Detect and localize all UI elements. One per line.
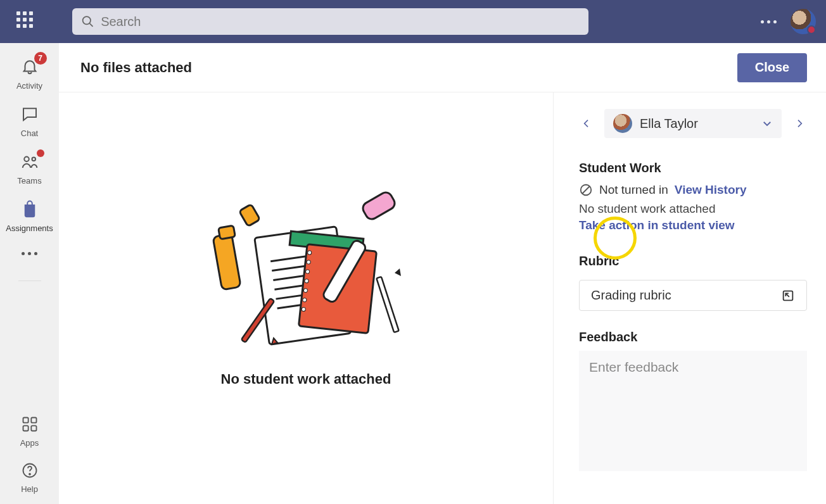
status-row: Not turned in View History (579, 183, 807, 197)
svg-point-20 (307, 260, 311, 265)
chevron-left-icon (581, 118, 592, 129)
open-rubric-icon (781, 289, 795, 303)
svg-rect-28 (219, 225, 236, 239)
svg-point-0 (83, 16, 91, 24)
chevron-right-icon (794, 118, 804, 129)
rubric-heading: Rubric (579, 254, 807, 268)
svg-point-19 (307, 251, 312, 255)
student-avatar (613, 114, 632, 133)
status-text: Not turned in (599, 183, 668, 197)
main-area: No files attached Close (59, 43, 826, 504)
svg-rect-30 (360, 190, 397, 221)
empty-illustration (211, 187, 401, 346)
feedback-input[interactable] (579, 351, 807, 471)
rail-label: Teams (0, 176, 59, 186)
feedback-heading: Feedback (579, 330, 807, 344)
student-picker: Ella Taylor (579, 109, 807, 138)
rail-item-help[interactable]: Help (0, 455, 59, 504)
svg-point-23 (303, 288, 308, 293)
app-rail: 7 Activity Chat @ Teams Assignments (0, 43, 59, 504)
search-box[interactable] (72, 8, 588, 35)
svg-point-21 (305, 270, 310, 274)
empty-state: No student work attached (59, 92, 554, 504)
presence-dot (807, 25, 816, 34)
assignments-icon (20, 199, 39, 218)
prev-student-button[interactable] (579, 116, 594, 131)
waffle-menu-icon[interactable] (16, 11, 37, 32)
rail-separator (18, 280, 41, 281)
teams-badge: @ (37, 149, 44, 157)
rail-label: Assignments (0, 224, 59, 233)
svg-rect-33 (376, 277, 398, 332)
teams-icon (20, 152, 39, 171)
svg-point-22 (305, 279, 309, 284)
svg-point-3 (32, 158, 35, 161)
svg-rect-5 (31, 418, 36, 423)
top-bar (0, 0, 826, 43)
page-title: No files attached (80, 60, 192, 76)
rail-item-assignments[interactable]: Assignments (0, 193, 59, 238)
svg-line-1 (90, 23, 93, 27)
user-avatar[interactable] (791, 9, 816, 34)
search-input[interactable] (101, 15, 580, 29)
svg-point-2 (24, 157, 29, 162)
rail-label: Chat (0, 129, 59, 138)
main-header: No files attached Close (59, 43, 826, 92)
chevron-down-icon (761, 118, 773, 129)
rail-item-chat[interactable]: Chat (0, 98, 59, 143)
empty-message: No student work attached (221, 371, 391, 387)
student-work-heading: Student Work (579, 161, 807, 175)
grading-panel: Ella Taylor Student Work Not turned in V… (554, 92, 826, 504)
rubric-button[interactable]: Grading rubric (579, 280, 807, 311)
rail-item-teams[interactable]: @ Teams (0, 146, 59, 191)
svg-point-9 (29, 474, 30, 475)
apps-icon (21, 415, 39, 433)
more-options-icon[interactable] (761, 20, 777, 23)
not-turned-in-icon (579, 183, 593, 197)
rail-label: Help (0, 484, 59, 494)
rail-label: Activity (0, 81, 59, 91)
rail-item-more[interactable] (0, 241, 59, 267)
chat-icon (20, 104, 39, 123)
no-work-text: No student work attached (579, 202, 807, 216)
help-icon (21, 462, 39, 479)
rail-item-activity[interactable]: 7 Activity (0, 51, 59, 96)
svg-rect-27 (213, 234, 241, 290)
view-history-link[interactable]: View History (675, 183, 747, 197)
svg-rect-6 (23, 425, 28, 431)
svg-rect-29 (239, 204, 260, 226)
search-icon (81, 15, 94, 28)
student-name: Ella Taylor (640, 117, 754, 131)
rail-label: Apps (0, 438, 59, 448)
activity-badge: 7 (34, 52, 47, 65)
svg-rect-4 (23, 418, 28, 423)
svg-line-36 (583, 187, 590, 194)
svg-marker-34 (395, 268, 401, 276)
svg-rect-7 (31, 425, 36, 431)
student-dropdown[interactable]: Ella Taylor (604, 109, 782, 138)
rail-item-apps[interactable]: Apps (0, 409, 59, 453)
svg-point-25 (302, 307, 306, 312)
take-action-link[interactable]: Take action in student view (579, 218, 735, 232)
close-button[interactable]: Close (737, 53, 807, 82)
next-student-button[interactable] (792, 116, 807, 131)
rubric-label: Grading rubric (591, 288, 671, 303)
svg-point-24 (303, 298, 307, 302)
